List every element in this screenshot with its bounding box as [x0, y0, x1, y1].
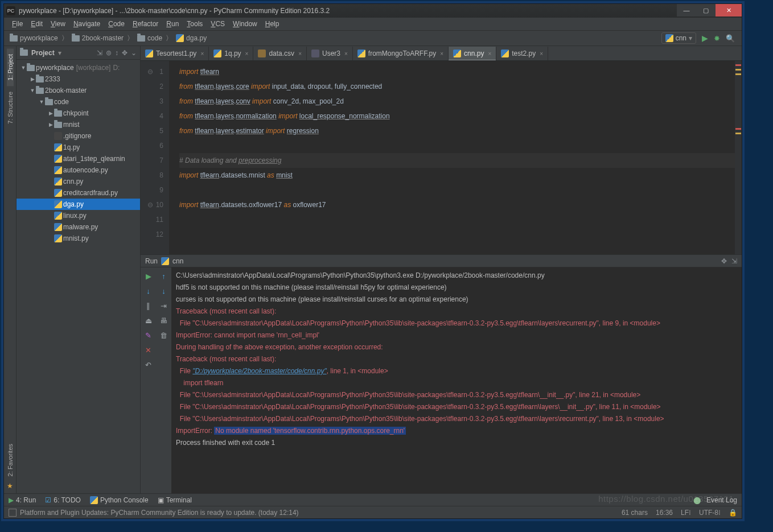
- up-arrow-button[interactable]: ↑: [159, 271, 169, 281]
- run-button[interactable]: ▶: [702, 34, 708, 43]
- menu-view[interactable]: View: [47, 19, 69, 29]
- status-widget[interactable]: 61 chars: [622, 509, 648, 517]
- title-bar[interactable]: PC pyworkplace - [D:\pyworkplace] - ...\…: [4, 4, 742, 18]
- error-marker[interactable]: [735, 128, 741, 130]
- code-content[interactable]: ⊖import tflearnfrom tflearn.layers.core …: [169, 61, 742, 254]
- menu-run[interactable]: Run: [163, 19, 182, 29]
- tree-item[interactable]: ▶mnist: [17, 119, 140, 130]
- console-output[interactable]: C:\Users\adminstrator\AppData\Local\Prog…: [171, 267, 742, 493]
- menu-refactor[interactable]: Refactor: [129, 19, 162, 29]
- close-tab-icon[interactable]: ×: [245, 51, 249, 57]
- sort-icon[interactable]: ↕: [115, 49, 118, 57]
- menu-navigate[interactable]: Navigate: [70, 19, 104, 29]
- close-tab-icon[interactable]: ×: [488, 51, 491, 57]
- warning-marker[interactable]: [735, 133, 741, 134]
- down-arrow-button[interactable]: ↓: [159, 286, 169, 296]
- tree-item[interactable]: cnn.py: [17, 176, 140, 187]
- tree-item[interactable]: .gitignore: [17, 130, 140, 142]
- run-config-selector[interactable]: cnn ▾: [661, 32, 696, 44]
- tree-item[interactable]: autoencode.py: [17, 164, 140, 176]
- run-header[interactable]: Run cnn ✥ ⇲: [141, 255, 742, 267]
- wrap-button[interactable]: ⇥: [159, 300, 169, 311]
- menu-help[interactable]: Help: [262, 19, 283, 29]
- breadcrumb[interactable]: pyworkplace〉2book-master〉code〉dga.py: [6, 32, 210, 44]
- tree-item[interactable]: dga.py: [17, 199, 140, 210]
- tool-tab-structure[interactable]: 7: Structure: [7, 86, 14, 130]
- tool-button-python-console[interactable]: Python Console: [90, 496, 149, 504]
- hide-icon[interactable]: ⇲: [731, 257, 737, 265]
- breadcrumb-item[interactable]: code: [134, 32, 166, 44]
- tool-tab-favorites[interactable]: 2: Favorites: [7, 438, 14, 482]
- exit-button[interactable]: ⏏: [143, 315, 154, 325]
- pause-button[interactable]: ‖: [143, 300, 154, 311]
- debug-button[interactable]: ✸: [714, 34, 720, 43]
- tree-item[interactable]: 1q.py: [17, 142, 140, 153]
- editor-tab[interactable]: data.csv×: [253, 47, 307, 60]
- minimize-button[interactable]: —: [677, 4, 696, 17]
- stop-button[interactable]: ✕: [143, 345, 154, 355]
- print-button[interactable]: 🖶: [159, 315, 169, 325]
- close-tab-icon[interactable]: ×: [200, 51, 204, 57]
- menu-file[interactable]: File: [9, 19, 26, 29]
- chevron-down-icon[interactable]: ▾: [58, 49, 61, 57]
- editor-tab[interactable]: Tesortest1.py×: [141, 47, 209, 60]
- down-button[interactable]: ↓: [143, 286, 154, 296]
- tree-item[interactable]: malware.py: [17, 221, 140, 233]
- menu-code[interactable]: Code: [105, 19, 128, 29]
- target-icon[interactable]: ⊚: [106, 49, 112, 57]
- hide-icon[interactable]: ⌄: [131, 49, 137, 57]
- maximize-button[interactable]: ▢: [696, 4, 716, 17]
- warning-marker[interactable]: [735, 73, 741, 75]
- close-button[interactable]: ✕: [716, 4, 742, 17]
- breadcrumb-item[interactable]: 2book-master: [68, 32, 127, 44]
- tree-item[interactable]: ▼2book-master: [17, 85, 140, 96]
- tree-item[interactable]: creditcardfraud.py: [17, 187, 140, 199]
- gear-icon[interactable]: ✥: [122, 49, 128, 57]
- close-tab-icon[interactable]: ×: [540, 51, 543, 57]
- editor-tab[interactable]: User3×: [307, 47, 353, 60]
- status-icon[interactable]: [9, 509, 17, 517]
- breadcrumb-item[interactable]: dga.py: [172, 32, 210, 44]
- tool-button-todo[interactable]: ☑6: TODO: [45, 496, 81, 504]
- close-tab-icon[interactable]: ×: [440, 51, 443, 57]
- close-tab-icon[interactable]: ×: [298, 51, 302, 57]
- tree-item[interactable]: linux.py: [17, 210, 140, 221]
- status-widget[interactable]: UTF-8⁞: [699, 509, 721, 517]
- editor-tab[interactable]: 1q.py×: [209, 47, 253, 60]
- status-widget[interactable]: LF⁞: [681, 509, 691, 517]
- menu-edit[interactable]: Edit: [27, 19, 46, 29]
- search-button[interactable]: 🔍: [726, 34, 735, 43]
- clear-button[interactable]: 🗑: [159, 330, 169, 340]
- rerun-button[interactable]: ▶: [143, 271, 154, 281]
- menu-window[interactable]: Window: [229, 19, 261, 29]
- menu-vcs[interactable]: VCS: [207, 19, 228, 29]
- error-marker[interactable]: [735, 64, 741, 66]
- menu-tools[interactable]: Tools: [183, 19, 206, 29]
- warning-marker[interactable]: [735, 69, 741, 71]
- tree-item[interactable]: ▶chkpoint: [17, 108, 140, 119]
- dump-button[interactable]: ✎: [143, 330, 154, 340]
- tool-button-terminal[interactable]: ▣Terminal: [158, 496, 192, 504]
- restore-button[interactable]: ↶: [143, 360, 154, 370]
- tree-item[interactable]: ▼pyworkplace[workplace]D:: [17, 62, 140, 73]
- collapse-icon[interactable]: ⇲: [97, 49, 102, 57]
- editor-tab[interactable]: fromMongoToARFF.py×: [353, 47, 449, 60]
- error-stripe[interactable]: [735, 61, 742, 254]
- project-panel-header[interactable]: Project ▾ ⇲ ⊚ ↕ ✥ ⌄: [17, 46, 140, 60]
- status-widget[interactable]: 🔒: [729, 509, 737, 517]
- breadcrumb-item[interactable]: pyworkplace: [6, 32, 61, 44]
- tree-item[interactable]: ▶2333: [17, 73, 140, 85]
- tree-item[interactable]: ▼code: [17, 96, 140, 108]
- tool-tab-project[interactable]: 1: Project: [7, 48, 14, 86]
- close-tab-icon[interactable]: ×: [344, 51, 348, 57]
- editor-tab[interactable]: test2.py×: [496, 47, 548, 60]
- editor-tab[interactable]: cnn.py×: [449, 47, 496, 60]
- code-editor[interactable]: 123456789101112 ⊖import tflearnfrom tfle…: [141, 61, 742, 254]
- tree-item[interactable]: mnist.py: [17, 233, 140, 244]
- editor-area: Tesortest1.py×1q.py×data.csv×User3×fromM…: [141, 46, 742, 493]
- status-widget[interactable]: 16:36: [656, 509, 673, 517]
- tool-button-run[interactable]: ▶4: Run: [9, 496, 36, 504]
- gear-icon[interactable]: ✥: [721, 257, 727, 265]
- tree-item[interactable]: atari_1step_qlearnin: [17, 153, 140, 164]
- project-tree[interactable]: ▼pyworkplace[workplace]D:▶2333▼2book-mas…: [17, 60, 140, 493]
